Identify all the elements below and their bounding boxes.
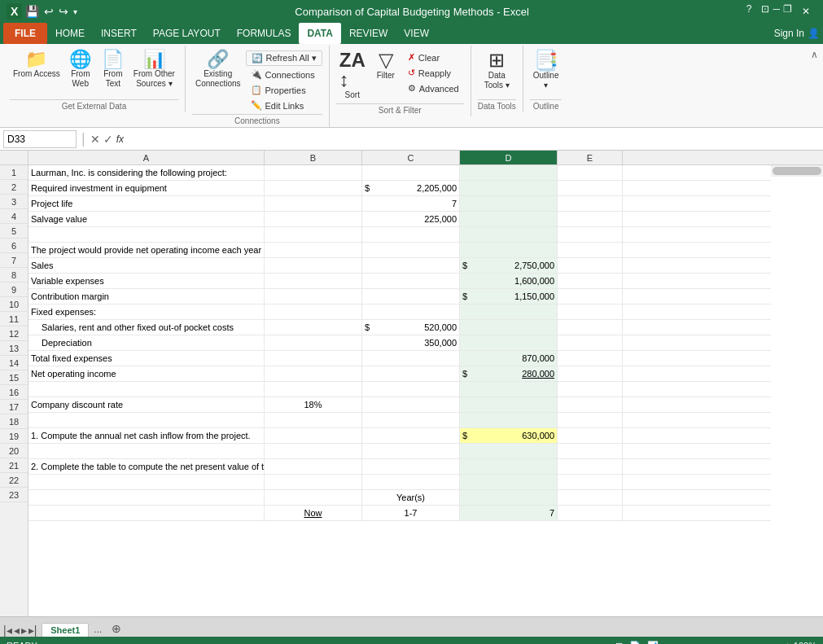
cell-c7[interactable]	[362, 258, 460, 273]
outline-button[interactable]: 📑 Outline▾	[530, 49, 563, 92]
cell-a16[interactable]: Company discount rate	[28, 397, 265, 412]
cell-a3[interactable]: Project life	[28, 196, 265, 211]
cell-d21[interactable]	[460, 475, 558, 489]
zoom-in-icon[interactable]: +	[785, 641, 790, 644]
cell-d3[interactable]	[460, 196, 558, 211]
cell-b18[interactable]	[265, 428, 362, 443]
cell-d14[interactable]: $280,000	[460, 366, 558, 381]
tab-first-icon[interactable]: |◂	[3, 624, 12, 637]
cell-e16[interactable]	[558, 397, 623, 412]
cell-e2[interactable]	[558, 181, 623, 195]
cell-c2[interactable]: $2,205,000	[362, 181, 460, 195]
cell-b17[interactable]	[265, 413, 362, 427]
cell-c20[interactable]	[362, 459, 460, 474]
cell-d15[interactable]	[460, 382, 558, 396]
cell-d22[interactable]	[460, 490, 558, 505]
cell-d8[interactable]: 1,600,000	[460, 274, 558, 288]
row-num-1[interactable]: 1	[0, 165, 28, 180]
cell-e10[interactable]	[558, 304, 623, 319]
cell-d6[interactable]	[460, 243, 558, 257]
cell-d11[interactable]	[460, 320, 558, 335]
row-num-10[interactable]: 10	[0, 297, 28, 312]
col-header-c[interactable]: C	[362, 151, 460, 164]
cell-c17[interactable]	[362, 413, 460, 427]
cell-b19[interactable]	[265, 444, 362, 458]
tab-next-icon[interactable]: ▸	[21, 624, 27, 637]
edit-links-button[interactable]: ✏️ Edit Links	[246, 99, 322, 112]
row-num-21[interactable]: 21	[0, 458, 28, 473]
cell-a8[interactable]: Variable expenses	[28, 274, 265, 288]
row-num-7[interactable]: 7	[0, 253, 28, 268]
cell-c22[interactable]: Year(s)	[362, 490, 460, 505]
row-num-6[interactable]: 6	[0, 239, 28, 253]
cell-a5[interactable]	[28, 227, 265, 242]
row-num-13[interactable]: 13	[0, 341, 28, 356]
cell-a9[interactable]: Contribution margin	[28, 289, 265, 304]
ribbon-collapse[interactable]: ∧	[809, 46, 820, 64]
clear-button[interactable]: ✗ Clear	[403, 50, 464, 64]
cell-d18[interactable]: $630,000	[460, 428, 558, 443]
cell-a4[interactable]: Salvage value	[28, 212, 265, 226]
row-num-11[interactable]: 11	[0, 312, 28, 326]
maximize-button[interactable]: ❐	[783, 3, 792, 20]
sign-in[interactable]: Sign In 👤	[774, 23, 820, 44]
menu-data[interactable]: DATA	[299, 23, 341, 44]
cell-a13[interactable]: Total fixed expenses	[28, 351, 265, 366]
cell-a2[interactable]: Required investment in equipment	[28, 181, 265, 195]
row-num-12[interactable]: 12	[0, 326, 28, 341]
col-header-b[interactable]: B	[265, 151, 362, 164]
row-num-5[interactable]: 5	[0, 224, 28, 239]
cell-c4[interactable]: 225,000	[362, 212, 460, 226]
horizontal-scrollbar[interactable]	[771, 165, 823, 177]
cell-b2[interactable]	[265, 181, 362, 195]
cell-b23[interactable]: Now	[265, 506, 362, 520]
cell-e23[interactable]	[558, 506, 623, 520]
zoom-slider[interactable]: ────────────────●	[675, 641, 781, 644]
cell-c12[interactable]: 350,000	[362, 335, 460, 350]
cell-e3[interactable]	[558, 196, 623, 211]
cell-e7[interactable]	[558, 258, 623, 273]
cell-a19[interactable]	[28, 444, 265, 458]
cell-b5[interactable]	[265, 227, 362, 242]
cell-d13[interactable]: 870,000	[460, 351, 558, 366]
cell-c3[interactable]: 7	[362, 196, 460, 211]
cell-e13[interactable]	[558, 351, 623, 366]
cell-c6[interactable]	[362, 243, 460, 257]
cell-a14[interactable]: Net operating income	[28, 366, 265, 381]
cell-d10[interactable]	[460, 304, 558, 319]
cell-e14[interactable]	[558, 366, 623, 381]
cell-d4[interactable]	[460, 212, 558, 226]
cell-d12[interactable]	[460, 335, 558, 350]
formula-input[interactable]	[127, 132, 820, 147]
cell-b20[interactable]	[265, 459, 362, 474]
row-num-14[interactable]: 14	[0, 356, 28, 370]
cell-d20[interactable]	[460, 459, 558, 474]
cell-a20[interactable]: 2. Complete the table to compute the net…	[28, 459, 265, 474]
cell-b12[interactable]	[265, 335, 362, 350]
cell-b1[interactable]	[265, 165, 362, 180]
cell-e8[interactable]	[558, 274, 623, 288]
cell-b9[interactable]	[265, 289, 362, 304]
cell-b4[interactable]	[265, 212, 362, 226]
cell-b7[interactable]	[265, 258, 362, 273]
cell-c15[interactable]	[362, 382, 460, 396]
cell-a6[interactable]: The project would provide net operating …	[28, 243, 265, 257]
cell-a10[interactable]: Fixed expenses:	[28, 304, 265, 319]
row-num-18[interactable]: 18	[0, 414, 28, 429]
cell-e22[interactable]	[558, 490, 623, 505]
cell-b15[interactable]	[265, 382, 362, 396]
cell-d19[interactable]	[460, 444, 558, 458]
cell-e11[interactable]	[558, 320, 623, 335]
existing-connections-button[interactable]: 🔗 ExistingConnections	[192, 49, 244, 90]
cell-b10[interactable]	[265, 304, 362, 319]
cell-a1[interactable]: Laurman, Inc. is considering the followi…	[28, 165, 265, 180]
cell-a21[interactable]	[28, 475, 265, 489]
cell-a22[interactable]	[28, 490, 265, 505]
cell-c5[interactable]	[362, 227, 460, 242]
cell-b14[interactable]	[265, 366, 362, 381]
col-header-d[interactable]: D	[460, 151, 558, 164]
cell-b6[interactable]	[265, 243, 362, 257]
reapply-button[interactable]: ↺ Reapply	[403, 66, 464, 80]
cell-a12[interactable]: Depreciation	[28, 335, 265, 350]
row-num-22[interactable]: 22	[0, 473, 28, 488]
